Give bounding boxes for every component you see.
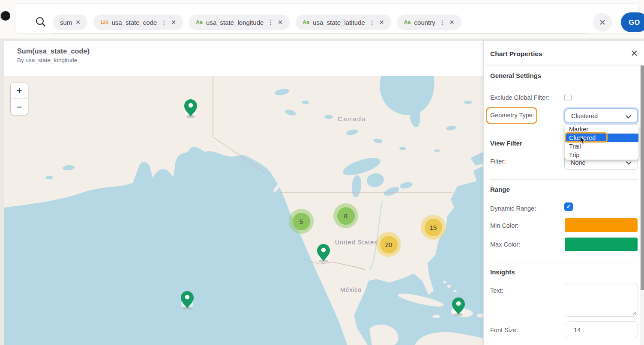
view-filter-heading: View Filter <box>490 140 522 147</box>
zoom-out-button[interactable]: − <box>11 99 28 115</box>
clear-search-button[interactable]: ✕ <box>593 13 612 32</box>
general-settings-heading: General Settings <box>490 72 541 79</box>
text-type-icon: Aa <box>404 19 411 25</box>
chip-usa-state-latitude[interactable]: Aa usa_state_latitude ⋮ ✕ <box>296 15 391 30</box>
text-type-icon: Aa <box>303 19 309 25</box>
chip-usa-state-longitude[interactable]: Aa usa_state_longitude ⋮ ✕ <box>189 15 290 30</box>
chip-label: usa_state_latitude <box>313 19 365 26</box>
search-icon <box>34 16 47 29</box>
numeric-type-icon: 123 <box>100 20 108 25</box>
geometry-type-dropdown: Marker Clustered Trail Trip <box>565 125 638 160</box>
cluster-count: 20 <box>380 236 398 253</box>
filter-label: Filter: <box>490 158 506 165</box>
divider <box>490 179 638 180</box>
max-color-label: Max Color: <box>490 241 520 248</box>
dynamic-range-checkbox[interactable]: ✓ <box>564 202 573 211</box>
search-input-underline <box>53 33 586 34</box>
insights-text-input[interactable] <box>565 283 638 317</box>
cluster-marker-5[interactable]: 5 <box>289 209 314 234</box>
max-color-swatch[interactable] <box>565 238 638 251</box>
min-color-label: Min Color: <box>490 222 518 229</box>
chip-remove-icon[interactable]: ✕ <box>171 19 176 26</box>
cluster-count: 15 <box>425 219 442 236</box>
chip-usa-state-code[interactable]: 123 usa_state_code ⋮ ✕ <box>93 15 183 30</box>
chip-label: sum <box>60 19 72 26</box>
zoom-in-button[interactable]: + <box>11 83 28 99</box>
map-pin-pacific[interactable] <box>181 291 194 310</box>
chip-remove-icon[interactable]: ✕ <box>449 19 455 26</box>
font-size-input[interactable] <box>565 321 638 338</box>
dynamic-range-label: Dynamic Range: <box>490 205 536 212</box>
panel-scrollbar-thumb[interactable] <box>641 65 644 290</box>
divider <box>490 262 638 262</box>
cluster-count: 8 <box>337 207 355 225</box>
text-type-icon: Aa <box>196 19 203 25</box>
option-marker[interactable]: Marker <box>565 125 638 134</box>
map-label-mexico: México <box>340 286 362 293</box>
cluster-count: 5 <box>293 213 310 230</box>
panel-title: Chart Properties <box>490 50 542 58</box>
exclude-global-filter-label: Exclude Global Filter: <box>490 94 549 101</box>
chip-menu-icon[interactable]: ⋮ <box>160 18 168 26</box>
map-pin-southwest[interactable] <box>317 244 330 263</box>
cluster-marker-20[interactable]: 20 <box>376 232 401 257</box>
option-trail[interactable]: Trail <box>565 142 638 151</box>
insights-heading: Insights <box>490 268 515 276</box>
map-pin-alaska[interactable] <box>184 99 197 118</box>
window-toggle-icon[interactable] <box>1 11 10 21</box>
chip-remove-icon[interactable]: ✕ <box>278 19 283 26</box>
chip-menu-icon[interactable]: ⋮ <box>439 18 446 26</box>
insights-text-label: Text: <box>490 287 503 294</box>
map-pin-caribbean[interactable] <box>452 297 465 316</box>
query-chips: sum ✕ 123 usa_state_code ⋮ ✕ Aa usa_stat… <box>53 15 461 30</box>
min-color-swatch[interactable] <box>565 218 638 232</box>
map-label-united-states: United States <box>335 239 378 246</box>
chip-country[interactable]: Aa country ⋮ ✕ <box>397 15 461 30</box>
map-label-canada: Canada <box>338 115 367 122</box>
cluster-marker-8[interactable]: 8 <box>333 203 358 228</box>
map-zoom-control: + − <box>10 83 28 115</box>
exclude-global-filter-checkbox[interactable] <box>564 94 572 101</box>
geometry-type-select[interactable]: Clustered <box>564 108 638 123</box>
chip-remove-icon[interactable]: ✕ <box>75 19 81 26</box>
cluster-marker-15[interactable]: 15 <box>421 215 446 240</box>
panel-header: Chart Properties ✕ <box>484 41 644 65</box>
chip-label: country <box>414 19 435 26</box>
chip-menu-icon[interactable]: ⋮ <box>368 18 376 26</box>
chip-sum[interactable]: sum ✕ <box>53 15 87 30</box>
font-size-label: Font Size: <box>490 327 518 333</box>
chevron-down-icon <box>626 113 631 119</box>
range-heading: Range <box>490 186 510 193</box>
chip-label: usa_state_code <box>111 19 157 26</box>
panel-scrollbar[interactable] <box>640 65 644 345</box>
chart-properties-panel: Chart Properties ✕ General Settings Excl… <box>483 41 644 345</box>
panel-close-icon[interactable]: ✕ <box>630 48 638 59</box>
option-clustered[interactable]: Clustered <box>565 134 638 142</box>
geometry-type-value: Clustered <box>571 113 598 119</box>
geometry-type-label: Geometry Type: <box>490 112 534 119</box>
chip-label: usa_state_longitude <box>206 19 264 26</box>
chevron-down-icon <box>626 159 632 165</box>
chip-menu-icon[interactable]: ⋮ <box>267 18 274 26</box>
option-trip[interactable]: Trip <box>565 151 638 159</box>
top-bar: sum ✕ 123 usa_state_code ⋮ ✕ Aa usa_stat… <box>0 0 644 39</box>
go-button[interactable]: GO <box>621 12 644 32</box>
search-bar: sum ✕ 123 usa_state_code ⋮ ✕ Aa usa_stat… <box>15 3 639 34</box>
filter-value: None <box>571 159 586 166</box>
chip-remove-icon[interactable]: ✕ <box>379 19 384 26</box>
